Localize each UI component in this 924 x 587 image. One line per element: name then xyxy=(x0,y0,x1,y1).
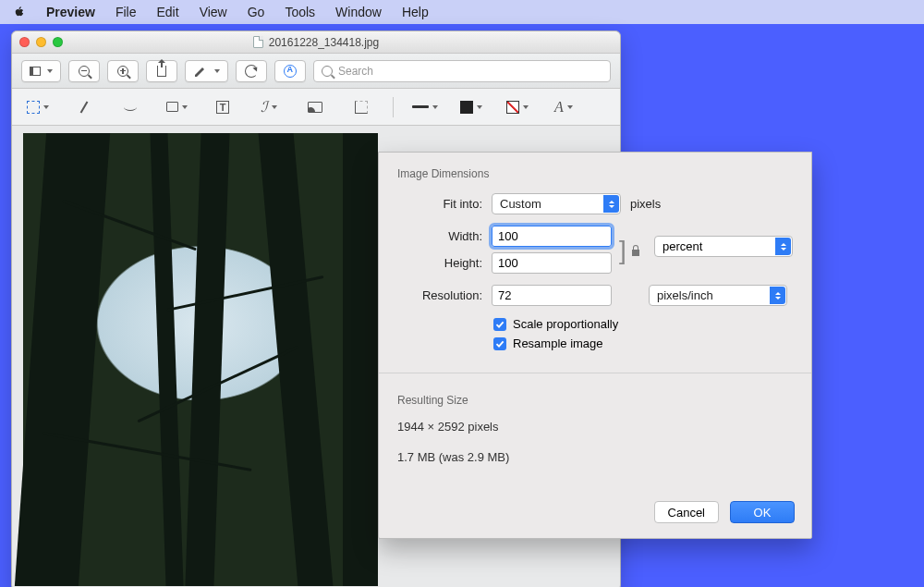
zoom-in-icon xyxy=(117,66,128,77)
highlight-button[interactable] xyxy=(185,60,228,82)
height-label: Height: xyxy=(397,256,482,270)
instant-alpha-tool[interactable] xyxy=(69,96,99,118)
fill-color-icon xyxy=(506,101,519,114)
selection-tool[interactable] xyxy=(23,96,53,118)
text-tool[interactable]: T xyxy=(208,96,237,118)
close-window-button[interactable] xyxy=(19,37,30,47)
menubar-item-help[interactable]: Help xyxy=(402,5,429,19)
menubar-item-edit[interactable]: Edit xyxy=(157,5,179,19)
resolution-label: Resolution: xyxy=(397,288,482,302)
zoom-out-icon xyxy=(79,66,90,77)
document-icon xyxy=(253,36,263,48)
zoom-in-button[interactable] xyxy=(107,60,139,82)
share-button[interactable] xyxy=(146,60,177,82)
markup-icon xyxy=(284,65,297,78)
resolution-input[interactable] xyxy=(492,285,612,306)
fit-into-select[interactable]: Custom xyxy=(492,193,621,214)
rotate-button[interactable] xyxy=(236,60,267,82)
sign-tool[interactable]: ℐ xyxy=(254,96,284,118)
adjust-size-tool[interactable] xyxy=(346,96,376,118)
search-icon xyxy=(322,66,333,77)
resolution-unit-select[interactable]: pixels/inch xyxy=(649,285,787,306)
menubar-item-window[interactable]: Window xyxy=(335,5,382,19)
preview-window: 20161228_134418.jpg Search T ℐ A xyxy=(11,31,621,587)
scale-proportionally-checkbox[interactable] xyxy=(493,318,506,331)
rotate-icon xyxy=(245,65,258,78)
chevron-updown-icon xyxy=(775,238,791,255)
adjust-color-icon xyxy=(308,102,322,113)
font-icon: A xyxy=(554,99,564,116)
fill-color-tool[interactable] xyxy=(503,96,532,118)
macos-menubar: Preview File Edit View Go Tools Window H… xyxy=(0,0,924,24)
width-label: Width: xyxy=(397,229,482,243)
markup-toolbar-button[interactable] xyxy=(274,60,306,82)
zoom-window-button[interactable] xyxy=(53,37,63,47)
menubar-item-tools[interactable]: Tools xyxy=(285,5,315,19)
shapes-tool[interactable] xyxy=(162,96,191,118)
resolution-unit-value: pixels/inch xyxy=(657,288,713,302)
dimension-unit-value: percent xyxy=(663,239,702,253)
resulting-dimensions: 1944 × 2592 pixels xyxy=(397,420,793,434)
chevron-updown-icon xyxy=(770,287,785,304)
adjust-size-icon xyxy=(355,101,368,114)
width-input[interactable] xyxy=(492,226,612,247)
separator xyxy=(393,97,394,117)
image-dimensions-heading: Image Dimensions xyxy=(397,167,793,180)
selection-icon xyxy=(27,101,40,114)
resulting-size-heading: Resulting Size xyxy=(397,394,793,407)
resulting-filesize: 1.7 MB (was 2.9 MB) xyxy=(397,450,793,464)
shape-icon xyxy=(166,102,178,112)
minimize-window-button[interactable] xyxy=(36,37,46,47)
photo-content xyxy=(23,133,378,586)
ok-button[interactable]: OK xyxy=(730,501,795,523)
lock-icon[interactable] xyxy=(630,244,641,257)
height-input[interactable] xyxy=(492,252,612,274)
text-style-tool[interactable]: A xyxy=(549,96,578,118)
border-color-tool[interactable] xyxy=(456,96,486,118)
menubar-app-name[interactable]: Preview xyxy=(46,5,95,19)
wand-icon xyxy=(80,101,89,113)
line-icon xyxy=(412,105,429,108)
resample-image-checkbox[interactable] xyxy=(493,337,506,350)
menubar-item-view[interactable]: View xyxy=(200,5,227,19)
menubar-item-file[interactable]: File xyxy=(116,5,137,19)
window-titlebar[interactable]: 20161228_134418.jpg xyxy=(12,31,620,54)
search-placeholder: Search xyxy=(338,65,373,78)
border-color-icon xyxy=(460,101,473,114)
chevron-updown-icon xyxy=(603,195,619,213)
zoom-out-button[interactable] xyxy=(68,60,100,82)
fit-into-unit: pixels xyxy=(630,197,661,211)
adjust-size-dialog: Image Dimensions Fit into: Custom pixels… xyxy=(378,152,812,539)
scale-proportionally-label: Scale proportionally xyxy=(513,317,618,331)
search-field[interactable]: Search xyxy=(313,60,611,82)
window-title: 20161228_134418.jpg xyxy=(269,36,379,49)
main-toolbar: Search xyxy=(12,54,620,89)
cancel-button[interactable]: Cancel xyxy=(654,501,719,523)
dimension-unit-select[interactable]: percent xyxy=(654,236,793,257)
traffic-lights xyxy=(19,37,63,47)
markup-toolbar: T ℐ A xyxy=(12,89,620,126)
resample-image-label: Resample image xyxy=(513,336,603,350)
fit-into-label: Fit into: xyxy=(397,197,482,211)
menubar-item-go[interactable]: Go xyxy=(248,5,265,19)
share-icon xyxy=(157,66,166,77)
signature-icon: ℐ xyxy=(261,98,268,116)
adjust-color-tool[interactable] xyxy=(300,96,330,118)
sketch-tool[interactable] xyxy=(116,96,145,118)
apple-icon[interactable] xyxy=(13,6,26,18)
line-style-tool[interactable] xyxy=(410,96,440,118)
divider xyxy=(379,373,811,373)
fit-into-value: Custom xyxy=(500,197,541,211)
sidebar-view-button[interactable] xyxy=(21,60,61,82)
